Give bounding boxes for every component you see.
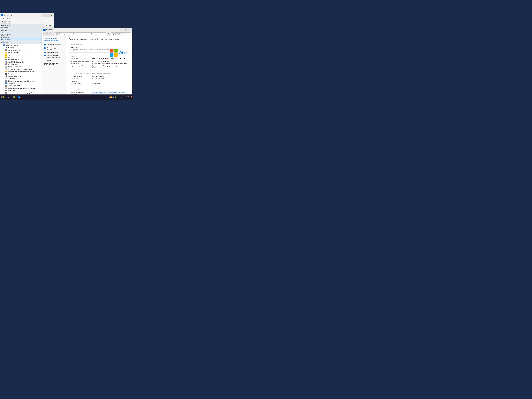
windows-text: Wind bbox=[119, 51, 127, 55]
svg-rect-0 bbox=[44, 29, 44, 30]
computer-info-group: Имя компьютера, имя домена и параметры р… bbox=[69, 72, 129, 86]
tree-controlvault[interactable]: ▶ ControlVault Device bbox=[1, 49, 43, 51]
sidebar-computer[interactable]: нпьютером (лс bbox=[1, 25, 43, 26]
sidebar-disks[interactable]: ние дисками bbox=[1, 40, 43, 42]
remote-link-icon bbox=[44, 47, 46, 49]
tree-root[interactable]: ▼ DESKTOP-05DLIIN bbox=[1, 44, 43, 47]
tree-audio[interactable]: ▶ Аудиовходы и аудиовыходы bbox=[1, 54, 43, 56]
sidebar-programs[interactable]: программы bbox=[1, 26, 43, 28]
toolbar-btn-1[interactable]: ? bbox=[1, 21, 4, 24]
tree-webcam[interactable]: Integrated Webcam bbox=[1, 75, 43, 77]
svg-rect-1 bbox=[44, 29, 45, 30]
tray-network-icon: 📶 bbox=[110, 96, 112, 98]
svg-point-10 bbox=[8, 96, 9, 97]
main-title: Просмотр основных сведений о вашем компь… bbox=[69, 38, 129, 40]
system-addressbar: ← → ↑ Панель управления › Система и безо… bbox=[42, 32, 132, 36]
taskbar-lang: РУС UKR bbox=[117, 96, 122, 98]
system-controls: ─ □ ✕ bbox=[120, 29, 131, 31]
sidebar-tasks[interactable]: вщик заданий bbox=[1, 28, 43, 30]
sidebar-home-link[interactable]: Панель управления — домашняя страница bbox=[44, 38, 64, 42]
sidebar-events[interactable]: р событий bbox=[1, 30, 43, 32]
tree-mtd[interactable]: ▶ MTD-устройства bbox=[1, 51, 43, 54]
tree-storage[interactable]: ▶ Контроллеры запоминающих устройств bbox=[1, 87, 43, 89]
windows-edition-row: Windows 10 Pro bbox=[70, 46, 127, 48]
menu-vid[interactable]: Вид bbox=[1, 18, 4, 19]
taskbar-ie-icon[interactable]: e bbox=[17, 95, 22, 100]
taskbar-search-icon[interactable] bbox=[6, 95, 11, 100]
tray-expand[interactable]: ∧ bbox=[109, 96, 110, 98]
svg-rect-3 bbox=[44, 30, 45, 31]
devmgr-maximize-btn[interactable]: □ bbox=[46, 14, 49, 17]
tree-cameras[interactable]: ▼ Камеры bbox=[1, 73, 43, 75]
sidebar-folders[interactable]: тапки bbox=[1, 32, 43, 33]
tree-sound[interactable]: ▶ Звуковые, игровые и видеоустройства bbox=[1, 70, 43, 73]
sidebar-security-center-link[interactable]: Центр безопасности и обслуживания bbox=[44, 62, 64, 65]
taskbar-tray: ∧ 📶 🔊 🔋 bbox=[109, 96, 116, 98]
sidebar-protection-link[interactable]: Защита системы bbox=[44, 51, 64, 54]
nav-refresh-btn[interactable]: ⟳ bbox=[107, 32, 110, 36]
tree-firmware[interactable]: ▶ Встроенное ПО bbox=[1, 63, 43, 66]
windows-flag-icon bbox=[110, 49, 118, 57]
tree-disks[interactable]: ▼ Дисковые устройства bbox=[1, 66, 43, 68]
ram-value: 8,00 ГБ (7,88 ГБ доступно) bbox=[92, 60, 127, 62]
devmgr-icon bbox=[1, 14, 3, 16]
processor-value: Intel(R) Core(TM) i5-7300U CPU @ 2.60GHz… bbox=[92, 58, 127, 59]
system-icon bbox=[43, 29, 45, 31]
activation-section-label: Активация Windows bbox=[70, 89, 127, 91]
tree-video[interactable]: ▼ Видеоадаптеры bbox=[1, 58, 43, 61]
taskbar-windows-icon[interactable] bbox=[12, 95, 16, 100]
tree-battery[interactable]: ▶ Батареи bbox=[1, 56, 43, 58]
also-label: См. также bbox=[44, 60, 64, 62]
tree-software[interactable]: ▶ Компоненты программного обеспечения bbox=[1, 80, 43, 82]
type-value: 64-разрядная операционная система, проце… bbox=[92, 63, 127, 64]
system-maximize-btn[interactable]: □ bbox=[124, 29, 127, 31]
svg-rect-5 bbox=[57, 33, 57, 34]
system-title: Система bbox=[46, 29, 53, 31]
svg-line-11 bbox=[9, 97, 10, 98]
fullname-label: Полное имя: bbox=[70, 78, 92, 80]
tree-bluetooth[interactable]: ▶ Β Bluetooth bbox=[1, 47, 43, 49]
address-path[interactable]: Панель управления › Система и безопаснос… bbox=[55, 32, 106, 35]
search-icon: 🔍 bbox=[112, 33, 114, 35]
tree-mice[interactable]: ▶ Мыши и иные указывающие устройства bbox=[1, 92, 43, 94]
sidebar-advanced-link[interactable]: Дополнительные параметры системы bbox=[44, 55, 64, 58]
devmgr-close-btn[interactable]: ✕ bbox=[50, 14, 53, 17]
sidebar-users[interactable]: вые пользовате bbox=[1, 33, 43, 35]
nav-forward-btn[interactable]: → bbox=[47, 32, 51, 36]
tree-usb[interactable]: ▶ Контроллеры USB bbox=[1, 85, 43, 87]
system-main-content: Просмотр основных сведений о вашем компь… bbox=[66, 36, 132, 100]
sidebar-activity[interactable]: дительность bbox=[1, 35, 43, 37]
description-label: Описание: bbox=[70, 80, 92, 82]
path-part2: Система и безопасность bbox=[73, 33, 90, 35]
sidebar-devmgr-sel[interactable]: ние устройств bbox=[1, 38, 43, 40]
taskbar-clock[interactable]: 10:56 03.05.2024 bbox=[123, 95, 129, 99]
nav-up-btn[interactable]: ↑ bbox=[51, 32, 55, 36]
computername-label: Имя компьютера: bbox=[70, 76, 92, 77]
tree-graphics[interactable]: Intel(R) HD Graphics 620 bbox=[1, 61, 43, 63]
system-minimize-btn[interactable]: ─ bbox=[120, 29, 123, 31]
sidebar-devmgr[interactable]: ер устройств bbox=[1, 37, 43, 38]
search-box[interactable]: 🔍 Поиск в панели управлен... bbox=[111, 32, 131, 35]
nav-back-btn[interactable]: ← bbox=[43, 32, 47, 36]
path-part3: Система bbox=[91, 33, 97, 35]
tree-monitors[interactable]: ▶ Мониторы bbox=[1, 89, 43, 92]
system-window: Система ─ □ ✕ ← → ↑ Панель управления › … bbox=[42, 28, 132, 100]
system-close-btn[interactable]: ✕ bbox=[127, 29, 131, 31]
windows-logo: Wind bbox=[110, 49, 127, 57]
menu-help[interactable]: Справка bbox=[6, 18, 12, 19]
toolbar-btn-3[interactable]: 🖥 bbox=[8, 21, 11, 24]
start-button[interactable] bbox=[0, 95, 5, 100]
svg-rect-8 bbox=[1, 97, 2, 98]
sidebar-apps[interactable]: рнложения bbox=[1, 42, 43, 44]
taskbar-notification-btn[interactable]: 🔔 3 bbox=[130, 96, 132, 98]
sidebar-remote-link[interactable]: Настройка удаленного доступа bbox=[44, 47, 64, 50]
toolbar-btn-2[interactable]: ⊞ bbox=[4, 21, 7, 24]
tree-computer[interactable]: ▶ Компьютер bbox=[1, 82, 43, 85]
workgroup-value: WORKGROUP bbox=[92, 83, 127, 84]
devmgr-minimize-btn[interactable]: ─ bbox=[42, 14, 45, 17]
svg-rect-4 bbox=[57, 33, 58, 35]
tree-ssd[interactable]: LITEON CV3-8D256-11 SATA 256GB bbox=[1, 68, 43, 70]
tree-keyboards[interactable]: ▶ Клавиатуры bbox=[1, 77, 43, 80]
sidebar-devmgr-link[interactable]: Диспетчер устройств bbox=[44, 44, 64, 46]
svg-rect-13 bbox=[14, 96, 15, 97]
